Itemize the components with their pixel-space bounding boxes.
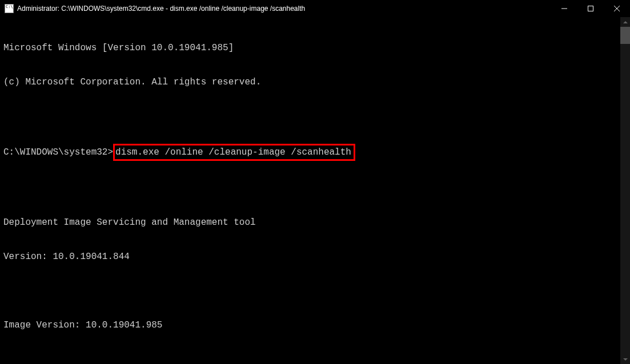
output-blank	[3, 111, 627, 122]
minimize-button[interactable]	[551, 0, 577, 17]
output-line: Image Version: 10.0.19041.985	[3, 319, 627, 331]
close-button[interactable]	[604, 0, 630, 17]
svg-marker-4	[623, 21, 628, 23]
output-line: Microsoft Windows [Version 10.0.19041.98…	[3, 42, 627, 54]
output-blank	[3, 183, 627, 194]
output-line: Version: 10.0.19041.844	[3, 251, 627, 262]
output-line: (c) Microsoft Corporation. All rights re…	[3, 76, 627, 88]
output-blank	[3, 285, 627, 297]
terminal-output[interactable]: Microsoft Windows [Version 10.0.19041.98…	[0, 17, 630, 364]
prompt-line: C:\WINDOWS\system32>dism.exe /online /cl…	[3, 145, 627, 160]
titlebar[interactable]: Administrator: C:\WINDOWS\system32\cmd.e…	[0, 0, 630, 17]
svg-marker-5	[623, 358, 628, 361]
svg-rect-1	[588, 6, 593, 11]
window-controls	[551, 0, 630, 17]
scrollbar-thumb[interactable]	[620, 27, 630, 44]
cmd-icon	[5, 4, 14, 13]
output-blank	[3, 354, 627, 364]
prompt-prefix: C:\WINDOWS\system32>	[3, 147, 113, 157]
output-line: Deployment Image Servicing and Managemen…	[3, 217, 627, 228]
command-highlight: dism.exe /online /cleanup-image /scanhea…	[113, 144, 355, 161]
command-text: dism.exe /online /cleanup-image /scanhea…	[115, 147, 351, 157]
vertical-scrollbar[interactable]	[620, 17, 630, 364]
maximize-button[interactable]	[577, 0, 604, 17]
cmd-window: Administrator: C:\WINDOWS\system32\cmd.e…	[0, 0, 630, 364]
window-title: Administrator: C:\WINDOWS\system32\cmd.e…	[17, 5, 551, 13]
scrollbar-down-button[interactable]	[620, 354, 630, 364]
scrollbar-up-button[interactable]	[620, 17, 630, 27]
